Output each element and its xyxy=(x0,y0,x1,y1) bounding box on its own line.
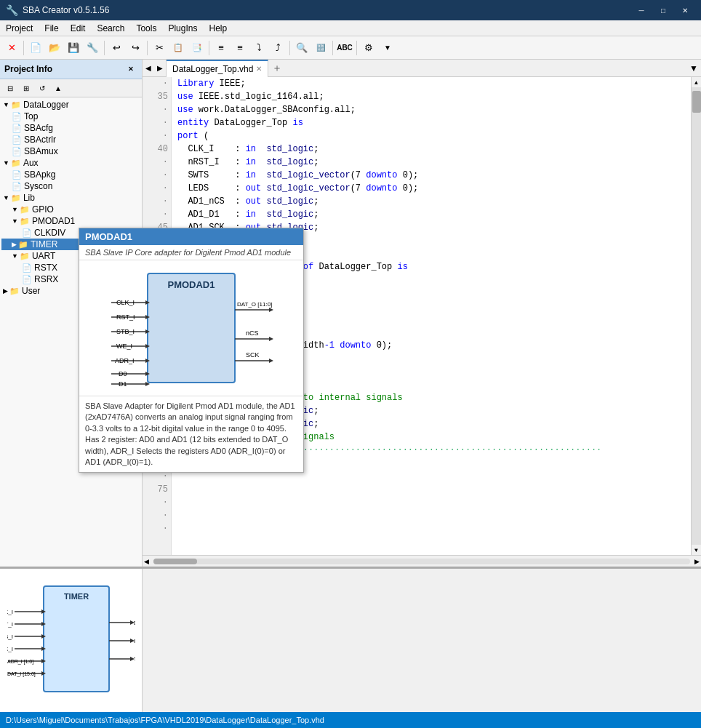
tab-nav-right[interactable]: ▶ xyxy=(154,60,166,77)
svg-text:DAT_O [11:0]: DAT_O [11:0] xyxy=(237,301,272,308)
ln-dot5: · xyxy=(145,156,168,169)
menu-help[interactable]: Help xyxy=(203,20,233,36)
toolbar-copy[interactable]: 📋 xyxy=(169,39,187,57)
tree-label-aux: Aux xyxy=(23,158,39,168)
hscroll-track[interactable] xyxy=(153,559,690,564)
svg-text:CLK_I: CLK_I xyxy=(116,299,135,306)
horizontal-scrollbar[interactable]: ◀ ▶ xyxy=(143,555,701,567)
tree-label-sbacfg: SBAcfg xyxy=(24,123,53,133)
left-collapse-btn[interactable]: ✕ xyxy=(124,63,137,76)
toolbar-paste[interactable]: 📑 xyxy=(188,39,206,57)
tree-label-sbamux: SBAmux xyxy=(24,146,58,156)
tree-refresh[interactable]: ↺ xyxy=(35,81,49,95)
tree-item-sbacfg[interactable]: 📄 SBAcfg xyxy=(1,122,140,134)
tree-arrow-aux[interactable]: ▼ xyxy=(3,159,9,167)
scroll-thumb[interactable] xyxy=(692,91,701,113)
menu-plugins[interactable]: PlugIns xyxy=(162,20,203,36)
tree-label-sbactrlr: SBActrlr xyxy=(24,135,56,145)
code-l3: use work.DataLogger_SBAconfig.all; xyxy=(177,103,685,116)
menu-search[interactable]: Search xyxy=(91,20,130,36)
toolbar-undo[interactable]: ↩ xyxy=(108,39,125,57)
close-button[interactable]: ✕ xyxy=(675,3,695,17)
tree-item-syscon[interactable]: 📄 Syscon xyxy=(1,180,140,192)
tree-label-gpio: GPIO xyxy=(32,204,54,215)
tree-arrow-datalogger[interactable]: ▼ xyxy=(3,101,9,108)
toolbar-close[interactable]: ✕ xyxy=(3,39,20,57)
toolbar-save[interactable]: 💾 xyxy=(65,39,82,57)
svg-text:D1: D1 xyxy=(119,380,127,388)
toolbar-search[interactable]: 🔍 xyxy=(293,39,311,57)
tree-label-timer: TIMER xyxy=(31,239,57,249)
tree-item-pmodad1[interactable]: ▼ 📁 PMODAD1 xyxy=(1,215,140,227)
toolbar-settings[interactable]: ⚙ xyxy=(360,39,377,57)
hscroll-right-btn[interactable]: ▶ xyxy=(693,558,701,565)
tab-close-icon[interactable]: ✕ xyxy=(256,65,262,73)
tree-item-top[interactable]: 📄 Top xyxy=(1,111,140,122)
tree-label-rstx: RSTX xyxy=(34,263,57,273)
tabs-dropdown[interactable]: ▼ xyxy=(686,60,701,77)
tree-item-lib[interactable]: ▼ 📁 Lib xyxy=(1,192,140,204)
toolbar-unindent[interactable]: ⤴ xyxy=(269,39,287,57)
tree-arrow-gpio[interactable]: ▼ xyxy=(12,206,18,213)
menu-edit[interactable]: Edit xyxy=(65,20,92,36)
maximize-button[interactable]: □ xyxy=(653,3,673,17)
toolbar-more[interactable]: ▼ xyxy=(379,39,396,57)
svg-text:INT_O: INT_O xyxy=(134,638,135,644)
file-icon-syscon: 📄 xyxy=(12,182,22,191)
tree-arrow-uart[interactable]: ▼ xyxy=(12,252,18,260)
tooltip-subtitle-text: SBA Slave IP Core adapter for Digilent P… xyxy=(85,248,291,257)
tree-item-sbactrlr[interactable]: 📄 SBActrlr xyxy=(1,134,140,145)
toolbar-cut[interactable]: ✂ xyxy=(151,39,168,57)
file-icon-sbacfg: 📄 xyxy=(12,124,22,133)
tree-item-datalogger[interactable]: ▼ 📁 DataLogger xyxy=(1,99,140,111)
tree-add[interactable]: ▲ xyxy=(51,81,65,95)
toolbar-sep-2 xyxy=(104,41,105,55)
hscroll-thumb[interactable] xyxy=(153,559,197,564)
toolbar-align-right[interactable]: ≡ xyxy=(231,39,249,57)
bottom-area: TIMER CLK_I RST_I STB_I WE_I ADR_I [1:0] xyxy=(0,567,701,712)
tree-collapse-all[interactable]: ⊟ xyxy=(3,81,17,95)
tree-item-aux[interactable]: ▼ 📁 Aux xyxy=(1,157,140,169)
toolbar-build[interactable]: 🔧 xyxy=(84,39,101,57)
toolbar-indent[interactable]: ⤵ xyxy=(250,39,268,57)
toolbar-new[interactable]: 📄 xyxy=(27,39,44,57)
tab-nav-left[interactable]: ◀ xyxy=(143,60,154,77)
code-l2: use IEEE.std_logic_1164.all; xyxy=(177,90,685,103)
hscroll-left-btn[interactable]: ◀ xyxy=(143,558,151,565)
ln-35: 35 xyxy=(145,90,168,103)
tree-label-lib: Lib xyxy=(23,193,35,203)
tree-arrow-timer[interactable]: ▶ xyxy=(12,241,17,248)
tree-label-pmodad1: PMODAD1 xyxy=(32,216,75,226)
editor-tab-main[interactable]: DataLogger_Top.vhd ✕ xyxy=(167,60,268,77)
tree-item-sbapkg[interactable]: 📄 SBApkg xyxy=(1,169,140,180)
toolbar-align-left[interactable]: ≡ xyxy=(212,39,230,57)
menu-file[interactable]: File xyxy=(39,20,64,36)
tooltip-title: PMODAD1 xyxy=(85,231,132,242)
window-controls[interactable]: ─ □ ✕ xyxy=(631,3,695,17)
folder-icon-lib: 📁 xyxy=(11,193,21,203)
tree-item-gpio[interactable]: ▼ 📁 GPIO xyxy=(1,204,140,215)
ln-dot3: · xyxy=(145,116,168,129)
tooltip-header: PMODAD1 xyxy=(79,228,303,245)
tree-arrow-lib[interactable]: ▼ xyxy=(3,194,9,201)
tree-arrow-user[interactable]: ▶ xyxy=(3,287,8,295)
toolbar-redo[interactable]: ↪ xyxy=(127,39,144,57)
vertical-scrollbar[interactable]: ▲ ▼ xyxy=(691,77,701,555)
menu-tools[interactable]: Tools xyxy=(130,20,162,36)
tab-add-button[interactable]: ＋ xyxy=(268,60,286,77)
tree-item-sbamux[interactable]: 📄 SBAmux xyxy=(1,145,140,157)
menubar: Project File Edit Search Tools PlugIns H… xyxy=(0,20,701,36)
scroll-track[interactable] xyxy=(692,87,701,545)
menu-project[interactable]: Project xyxy=(0,20,39,36)
toolbar-replace[interactable]: 🔡 xyxy=(312,39,329,57)
minimize-button[interactable]: ─ xyxy=(631,3,652,17)
toolbar-open[interactable]: 📂 xyxy=(46,39,63,57)
tree-expand-all[interactable]: ⊞ xyxy=(19,81,33,95)
svg-marker-59 xyxy=(269,359,273,363)
scroll-down-button[interactable]: ▼ xyxy=(692,545,701,555)
tree-arrow-pmodad1[interactable]: ▼ xyxy=(12,217,18,225)
tree-label-top: Top xyxy=(24,111,38,121)
tooltip-diagram: PMODAD1 CLK_I RST_I STB_I WE_I ADR_I xyxy=(79,260,303,396)
scroll-up-button[interactable]: ▲ xyxy=(692,77,701,87)
toolbar-abc[interactable]: ABC xyxy=(336,39,353,57)
